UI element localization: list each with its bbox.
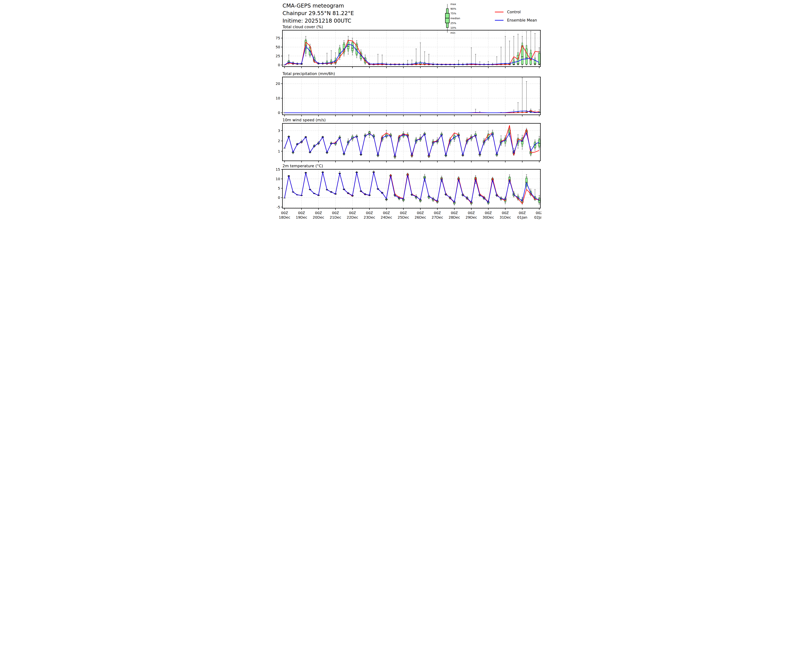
x-day-label: 21Dec <box>330 215 341 219</box>
boxplot <box>462 63 464 65</box>
panel-3: -5051015 <box>276 167 540 210</box>
x-hour-label: 00Z <box>315 211 322 215</box>
legend-label-median: median <box>450 17 460 20</box>
boxplot <box>475 54 477 65</box>
boxplot <box>475 109 477 113</box>
y-tick-label: 10 <box>276 96 280 100</box>
boxplot <box>521 36 523 65</box>
x-day-label: 29Dec <box>466 215 477 219</box>
x-hour-label: 00Z <box>417 211 424 215</box>
x-hour-label: 00Z <box>281 211 288 215</box>
y-tick-label: 0 <box>278 63 280 67</box>
panel-1: 01020 <box>276 77 540 117</box>
x-day-label: 22Dec <box>347 215 358 219</box>
boxplot <box>538 136 540 149</box>
boxplot <box>517 34 519 65</box>
boxplot <box>415 49 417 65</box>
x-hour-label: 00Z <box>519 211 526 215</box>
boxplot <box>377 54 379 65</box>
x-hour-label: 00Z <box>434 211 441 215</box>
x-day-label: 31Dec <box>500 215 511 219</box>
boxplot <box>419 43 421 65</box>
panel-frame <box>283 169 540 208</box>
x-hour-label: 00Z <box>485 211 492 215</box>
meteogram-figure: CMA-GEPS meteogram Chainpur 29.55°N 81.2… <box>271 0 541 220</box>
legend-label-75: 75% <box>450 12 456 15</box>
meteogram-chart: CMA-GEPS meteogram Chainpur 29.55°N 81.2… <box>271 0 541 220</box>
x-day-label: 18Dec <box>279 215 290 219</box>
ensemble-mean-line <box>285 111 539 113</box>
x-day-label: 27Dec <box>431 215 443 219</box>
x-day-label: 24Dec <box>381 215 392 219</box>
panel-frame <box>283 77 540 115</box>
x-day-label: 28Dec <box>448 215 460 219</box>
x-day-label: 02Jan <box>534 215 541 219</box>
x-hour-label: 00Z <box>451 211 458 215</box>
boxplot <box>508 41 510 65</box>
boxplot <box>521 78 523 113</box>
y-tick-label: 20 <box>276 82 280 86</box>
panel-title-precip: Total precipitation (mm/6h) <box>282 71 335 76</box>
x-hour-label: 00Z <box>383 211 390 215</box>
y-tick-label: 0 <box>278 195 280 200</box>
y-tick-label: 0 <box>278 111 280 115</box>
boxplot <box>356 41 358 58</box>
x-hour-label: 00Z <box>468 211 475 215</box>
y-tick-label: 75 <box>276 36 280 40</box>
boxplot-legend-glyph <box>445 4 449 33</box>
y-tick-label: 15 <box>276 167 280 172</box>
station-title: Chainpur 29.55°N 81.22°E <box>283 10 354 16</box>
legend-label-25: 25% <box>450 22 456 25</box>
boxplot <box>521 135 523 149</box>
panel-2: 123 <box>278 123 540 162</box>
panel-0: 0255075 <box>276 30 540 68</box>
boxplot <box>428 54 430 65</box>
x-hour-label: 00Z <box>502 211 509 215</box>
y-tick-label: 5 <box>278 186 280 191</box>
boxplot-series <box>283 78 540 113</box>
boxplot <box>513 36 515 65</box>
x-hour-label: 00Z <box>298 211 305 215</box>
legend-label-min: min <box>450 32 455 34</box>
y-tick-label: 50 <box>276 45 280 49</box>
x-day-label: 30Dec <box>483 215 494 219</box>
main-title: CMA-GEPS meteogram <box>283 3 344 9</box>
boxplot <box>496 57 498 65</box>
boxplot-series <box>283 31 540 65</box>
x-day-label: 26Dec <box>415 215 426 219</box>
y-tick-label: 1 <box>278 149 280 153</box>
boxplot <box>504 36 506 65</box>
legend-label-10: 10% <box>450 26 456 29</box>
series-legend <box>495 12 504 20</box>
boxplot <box>470 48 472 65</box>
x-hour-label: 00Z <box>536 211 541 215</box>
x-axis-labels: 00Z18Dec00Z19Dec00Z20Dec00Z21Dec00Z22Dec… <box>279 211 541 219</box>
x-day-label: 20Dec <box>313 215 324 219</box>
legend-label-90: 90% <box>450 7 456 10</box>
x-day-label: 01Jan <box>517 215 527 219</box>
y-tick-label: 25 <box>276 54 280 58</box>
x-day-label: 23Dec <box>364 215 375 219</box>
legend-label-control: Control <box>507 10 521 14</box>
x-hour-label: 00Z <box>366 211 373 215</box>
x-hour-label: 00Z <box>349 211 356 215</box>
panel-title-wind: 10m wind speed (m/s) <box>283 118 326 122</box>
inittime-title: Initime: 20251218 00UTC <box>283 17 351 24</box>
x-day-label: 19Dec <box>296 215 307 219</box>
panel-title-temp: 2m temperature (°C) <box>283 164 323 168</box>
y-tick-label: -5 <box>277 205 280 209</box>
y-tick-label: 10 <box>276 177 280 181</box>
boxplot <box>386 130 387 138</box>
y-tick-label: 2 <box>278 139 280 143</box>
x-hour-label: 00Z <box>332 211 339 215</box>
legend-label-ensemble: Ensemble Mean <box>507 18 537 22</box>
boxplot <box>526 82 527 113</box>
panel-title-cloud: Total cloud cover (%) <box>282 25 323 29</box>
legend-label-max: max <box>450 3 456 6</box>
boxplot <box>513 110 515 113</box>
plots-layer: 025507501020123-505101500Z18Dec00Z19Dec0… <box>276 4 541 219</box>
x-hour-label: 00Z <box>400 211 407 215</box>
control-line <box>285 125 539 157</box>
y-tick-label: 3 <box>278 129 280 133</box>
panel-frame <box>283 30 540 66</box>
